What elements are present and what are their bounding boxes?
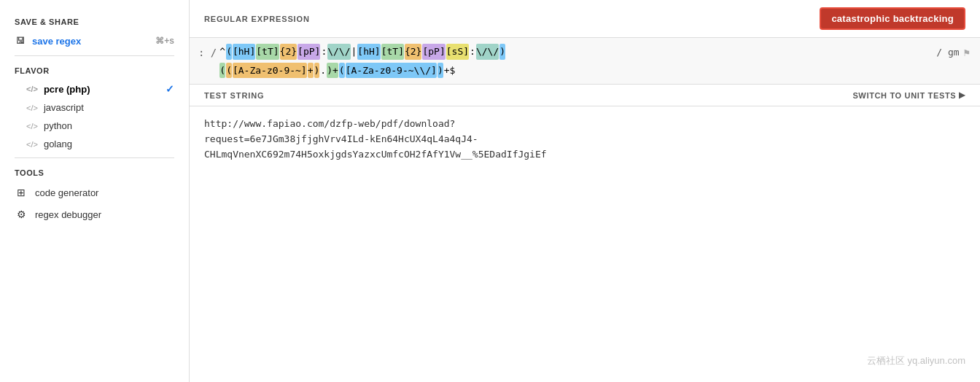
save-share-section-title: SAVE & SHARE xyxy=(0,12,189,31)
flavor-golang[interactable]: </> golang xyxy=(0,135,189,153)
flavor-javascript[interactable]: </> javascript xyxy=(0,98,189,117)
flavor-code-tag-3: </> xyxy=(26,140,38,149)
regex-hl-10: [pP] xyxy=(422,44,445,60)
switch-unit-label: SWITCH TO UNIT TESTS xyxy=(852,91,956,100)
flag-icon: ⚑ xyxy=(964,47,970,58)
regex-line-1: ^ ( [hH] [tT] {2} [pP] : \/\/ | [hH] [tT… xyxy=(219,42,932,61)
flavor-code-tag-1: </> xyxy=(26,104,38,112)
regex-content: ^ ( [hH] [tT] {2} [pP] : \/\/ | [hH] [tT… xyxy=(219,42,932,79)
regex-plain-2: : xyxy=(470,44,475,59)
test-header: TEST STRING SWITCH TO UNIT TESTS ▶ xyxy=(190,85,980,106)
flavor-section-title: FLAVOR xyxy=(0,61,189,79)
flavor-label-2: python xyxy=(44,120,72,131)
flavor-label-1: javascript xyxy=(44,102,84,113)
test-string-label: TEST STRING xyxy=(204,91,264,100)
save-regex-label: save regex xyxy=(32,36,81,47)
regex-hl-8: [tT] xyxy=(381,44,404,60)
save-icon: 🖫 xyxy=(15,35,26,47)
flavor-label-0: pcre (php) xyxy=(44,84,90,95)
flavor-python[interactable]: </> python xyxy=(0,117,189,135)
regex-flags: / gm xyxy=(936,47,959,58)
save-shortcut: ⌘+s xyxy=(155,36,174,46)
regex-hl-18: ) xyxy=(314,63,320,79)
regex-hl-14: ( xyxy=(219,63,225,79)
code-generator-icon: ⊞ xyxy=(15,186,28,199)
main-panel: REGULAR EXPRESSION catastrophic backtrac… xyxy=(190,0,980,382)
regex-hl-19: )+ xyxy=(327,63,338,79)
catastrophic-badge: catastrophic backtracking xyxy=(820,7,965,30)
regex-hl-6: \/\/ xyxy=(327,44,350,60)
divider-1 xyxy=(15,55,174,56)
regex-hl-11: [sS] xyxy=(446,44,469,60)
sidebar: SAVE & SHARE 🖫 save regex ⌘+s FLAVOR </>… xyxy=(0,0,190,382)
code-generator-label: code generator xyxy=(35,187,98,198)
regex-debugger-label: regex debugger xyxy=(35,209,101,220)
regex-hl-21: [A-Za-z0-9-~\\/] xyxy=(346,63,437,79)
regex-plus: +$ xyxy=(444,63,456,78)
test-section-wrapper: TEST STRING SWITCH TO UNIT TESTS ▶ http:… xyxy=(190,85,980,382)
regex-hl-20: ( xyxy=(339,63,345,79)
divider-2 xyxy=(15,157,174,158)
code-generator-button[interactable]: ⊞ code generator xyxy=(0,182,189,203)
main-header: REGULAR EXPRESSION catastrophic backtrac… xyxy=(190,0,980,38)
regex-caret: ^ xyxy=(219,44,225,59)
regex-hl-22: ) xyxy=(438,63,443,79)
flavor-pcre[interactable]: </> pcre (php) ✓ xyxy=(0,79,189,98)
flavor-label-3: golang xyxy=(44,139,72,149)
regex-hl-15: ( xyxy=(226,63,232,79)
regex-input-area[interactable]: : / ^ ( [hH] [tT] {2} [pP] : \/\/ | [hH]… xyxy=(190,38,980,85)
chevron-right-icon: ▶ xyxy=(959,90,965,100)
regex-hl-4: {2} xyxy=(280,44,297,60)
regex-hl-9: {2} xyxy=(405,44,421,60)
flavor-code-tag-2: </> xyxy=(26,122,38,130)
regex-hl-13: ) xyxy=(499,44,505,60)
save-regex-button[interactable]: 🖫 save regex ⌘+s xyxy=(0,31,189,51)
regex-debugger-button[interactable]: ⚙ regex debugger xyxy=(0,203,189,225)
tools-section-title: TOOLS xyxy=(0,163,189,182)
regex-hl-2: [hH] xyxy=(233,44,255,60)
regex-hl-7: [hH] xyxy=(357,44,380,60)
regex-plain-1: : xyxy=(321,44,327,59)
regex-line-2: ( ( [A-Za-z0-9-~] + ) . )+ ( [A-Za-z0-9-… xyxy=(219,61,932,80)
regex-hl-17: + xyxy=(308,63,314,79)
regex-hl-5: [pP] xyxy=(298,44,320,60)
regex-hl-1: ( xyxy=(226,44,232,60)
regex-prefix: : / xyxy=(195,42,219,79)
regex-suffix: / gm ⚑ xyxy=(932,42,974,79)
regex-hl-3: [tT] xyxy=(256,44,279,60)
regex-debugger-icon: ⚙ xyxy=(15,208,28,221)
regex-hl-16: [A-Za-z0-9-~] xyxy=(233,63,307,79)
regex-section-label: REGULAR EXPRESSION xyxy=(204,15,310,23)
regex-dot: . xyxy=(320,63,326,78)
regex-pipe: | xyxy=(351,44,357,59)
switch-unit-tests-button[interactable]: SWITCH TO UNIT TESTS ▶ xyxy=(852,90,965,100)
test-string-input[interactable]: http://www.fapiao.com/dzfp-web/pdf/downl… xyxy=(190,106,980,382)
check-icon: ✓ xyxy=(166,83,174,95)
flavor-code-tag-0: </> xyxy=(26,85,38,93)
regex-hl-12: \/\/ xyxy=(476,44,499,60)
